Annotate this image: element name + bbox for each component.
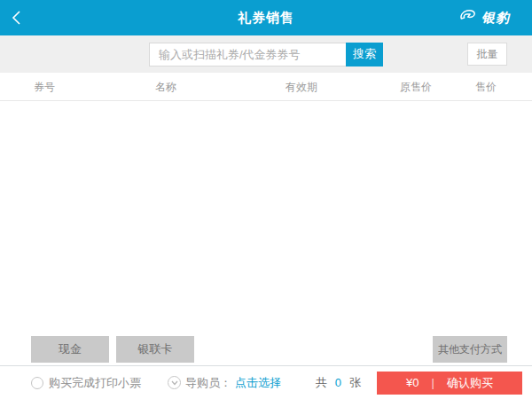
chevron-down-circle-icon: [168, 376, 181, 389]
confirm-label: 确认购买: [447, 375, 493, 391]
brand-logo: 银豹: [452, 9, 532, 27]
chevron-left-icon: [11, 10, 21, 26]
voucher-search-input[interactable]: [149, 43, 346, 66]
header-sale-price: 售价: [432, 80, 497, 95]
confirm-divider: |: [432, 376, 434, 389]
confirm-amount: ¥0: [406, 376, 419, 389]
leopard-logo-icon: [460, 9, 478, 27]
back-button[interactable]: [0, 10, 80, 26]
unionpay-payment-button[interactable]: 银联卡: [116, 336, 194, 363]
guide-click-to-select[interactable]: 点击选择: [235, 375, 281, 391]
brand-name: 银豹: [481, 10, 510, 27]
gift-voucher-sales-screen: 礼券销售 银豹 搜索 批量 券号 名称 有效期 原售价 售价 现金 银联卡 其他…: [0, 0, 532, 399]
radio-unchecked-icon: [31, 377, 43, 389]
payment-methods-row: 现金 银联卡 其他支付方式: [0, 336, 532, 363]
total-count-display: 共 0 张: [316, 375, 361, 391]
header-voucher-code: 券号: [34, 80, 155, 95]
header-validity: 有效期: [286, 80, 348, 95]
cash-payment-button[interactable]: 现金: [31, 336, 109, 363]
guide-label: 导购员：: [185, 375, 231, 391]
total-count-value: 0: [335, 376, 341, 389]
print-receipt-toggle[interactable]: 购买完成打印小票: [31, 375, 141, 391]
total-suffix: 张: [349, 375, 361, 391]
topbar: 礼券销售 银豹: [0, 0, 532, 35]
print-receipt-label: 购买完成打印小票: [49, 375, 141, 391]
voucher-table-header: 券号 名称 有效期 原售价 售价: [0, 74, 532, 101]
confirm-purchase-button[interactable]: ¥0 | 确认购买: [377, 372, 522, 395]
batch-button[interactable]: 批量: [467, 43, 507, 66]
header-original-price: 原售价: [348, 80, 432, 95]
voucher-table-body: [0, 101, 532, 336]
search-button[interactable]: 搜索: [346, 43, 383, 66]
sales-guide-selector[interactable]: 导购员： 点击选择: [168, 375, 281, 391]
total-prefix: 共: [316, 375, 327, 391]
page-title: 礼券销售: [80, 10, 452, 27]
other-payment-button[interactable]: 其他支付方式: [433, 336, 507, 363]
bottom-bar: 购买完成打印小票 导购员： 点击选择 共 0 张 ¥0 | 确认购买: [0, 365, 532, 399]
search-group: 搜索: [149, 43, 383, 66]
header-name: 名称: [155, 80, 286, 95]
search-row: 搜索 批量: [0, 35, 532, 73]
